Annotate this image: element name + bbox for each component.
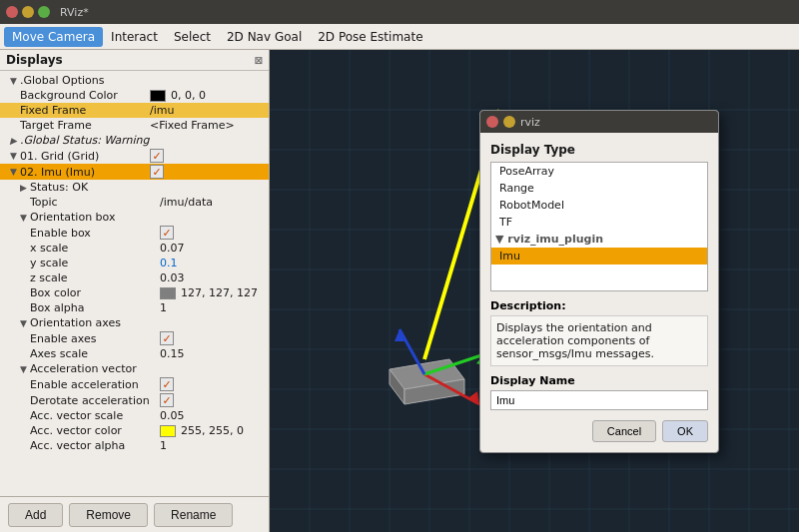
row-val: /imu xyxy=(150,104,174,117)
orientation-box-row[interactable]: ▼ Orientation box xyxy=(0,210,269,225)
display-name-input[interactable] xyxy=(490,390,708,410)
list-item-posearray[interactable]: PoseArray xyxy=(491,163,707,180)
row-val: 1 xyxy=(160,439,167,452)
display-type-list[interactable]: PoseArray Range RobotModel TF ▼ rviz_imu… xyxy=(490,162,708,291)
grid-row[interactable]: ▼ 01. Grid (Grid) xyxy=(0,148,269,164)
row-val: 0.1 xyxy=(160,257,178,269)
acceleration-vector-row[interactable]: ▼ Acceleration vector xyxy=(0,361,269,376)
add-button[interactable]: Add xyxy=(8,503,63,527)
panel-close-icon[interactable]: ⊠ xyxy=(255,55,263,66)
row-key: Enable axes xyxy=(30,332,160,345)
menu-move-camera[interactable]: Move Camera xyxy=(4,27,103,47)
y-scale-row[interactable]: y scale 0.1 xyxy=(0,256,269,270)
global-options-row[interactable]: ▼ .Global Options xyxy=(0,73,269,88)
display-type-label: Display Type xyxy=(490,143,708,157)
arrow-icon: ▼ xyxy=(10,76,20,86)
menu-2d-nav-goal[interactable]: 2D Nav Goal xyxy=(219,27,310,47)
row-key: Acc. vector color xyxy=(30,424,160,437)
dialog-min-button[interactable] xyxy=(503,116,515,128)
x-scale-row[interactable]: x scale 0.07 xyxy=(0,241,269,256)
panel-header: Displays ⊠ xyxy=(0,50,269,71)
cancel-button[interactable]: Cancel xyxy=(592,420,656,442)
window-title: RViz* xyxy=(60,6,89,19)
row-val xyxy=(160,377,174,391)
menu-2d-pose-estimate[interactable]: 2D Pose Estimate xyxy=(310,27,430,47)
row-val: 0, 0, 0 xyxy=(150,89,206,102)
row-val: 0.03 xyxy=(160,271,185,284)
panel-title: Displays xyxy=(6,53,63,67)
color-swatch[interactable] xyxy=(160,287,176,299)
color-swatch[interactable] xyxy=(150,90,166,102)
display-name-label: Display Name xyxy=(490,374,708,387)
list-item-robotmodel[interactable]: RobotModel xyxy=(491,197,707,214)
color-swatch[interactable] xyxy=(160,425,176,437)
derotate-acceleration-row[interactable]: Derotate acceleration xyxy=(0,392,269,408)
list-item-rviz-imu-plugin[interactable]: ▼ rviz_imu_plugin xyxy=(491,231,707,248)
checkbox-icon[interactable] xyxy=(160,226,174,240)
menu-bar: Move Camera Interact Select 2D Nav Goal … xyxy=(0,24,799,50)
row-val xyxy=(160,331,174,345)
box-color-row[interactable]: Box color 127, 127, 127 xyxy=(0,285,269,300)
dialog-buttons: Cancel OK xyxy=(490,420,708,442)
row-key: Acc. vector alpha xyxy=(30,439,160,452)
enable-axes-row[interactable]: Enable axes xyxy=(0,330,269,346)
minimize-button[interactable] xyxy=(22,6,34,18)
rename-button[interactable]: Rename xyxy=(154,503,233,527)
row-key: Fixed Frame xyxy=(20,104,150,117)
display-type-list-container: PoseArray Range RobotModel TF ▼ rviz_imu… xyxy=(490,162,708,291)
topic-row[interactable]: Topic /imu/data xyxy=(0,195,269,210)
z-scale-row[interactable]: z scale 0.03 xyxy=(0,270,269,285)
row-key: .Global Status: Warning xyxy=(20,134,150,147)
ok-button[interactable]: OK xyxy=(662,420,708,442)
acc-vector-scale-row[interactable]: Acc. vector scale 0.05 xyxy=(0,408,269,423)
orientation-axes-row[interactable]: ▼ Orientation axes xyxy=(0,315,269,330)
row-key: Target Frame xyxy=(20,119,150,132)
row-val: 1 xyxy=(160,301,167,314)
background-color-row[interactable]: Background Color 0, 0, 0 xyxy=(0,88,269,103)
window-controls[interactable] xyxy=(6,6,50,18)
dialog-title-bar[interactable]: rviz xyxy=(480,111,718,133)
checkbox-icon[interactable] xyxy=(160,331,174,345)
enable-acceleration-row[interactable]: Enable acceleration xyxy=(0,376,269,392)
row-val xyxy=(150,149,164,163)
fixed-frame-row[interactable]: Fixed Frame /imu xyxy=(0,103,269,118)
axes-scale-row[interactable]: Axes scale 0.15 xyxy=(0,346,269,361)
acc-vector-color-row[interactable]: Acc. vector color 255, 255, 0 xyxy=(0,423,269,438)
row-key: Enable acceleration xyxy=(30,378,160,391)
target-frame-row[interactable]: Target Frame <Fixed Frame> xyxy=(0,118,269,133)
row-key: Topic xyxy=(30,196,160,209)
checkbox-icon[interactable] xyxy=(150,149,164,163)
row-key: Box alpha xyxy=(30,301,160,314)
viewport[interactable]: rviz Display Type PoseArray Range RobotM… xyxy=(270,50,799,532)
row-key: Derotate acceleration xyxy=(30,394,160,407)
list-item-imu[interactable]: Imu xyxy=(491,248,707,265)
tree-list[interactable]: ▼ .Global Options Background Color 0, 0,… xyxy=(0,71,269,496)
menu-select[interactable]: Select xyxy=(166,27,219,47)
list-item-range[interactable]: Range xyxy=(491,180,707,197)
row-key: Background Color xyxy=(20,89,150,102)
enable-box-row[interactable]: Enable box xyxy=(0,225,269,241)
dialog-body: Display Type PoseArray Range RobotModel … xyxy=(480,133,718,452)
box-alpha-row[interactable]: Box alpha 1 xyxy=(0,300,269,315)
row-val xyxy=(160,226,174,240)
list-item-tf[interactable]: TF xyxy=(491,214,707,231)
status-ok-row[interactable]: ▶ Status: OK xyxy=(0,180,269,195)
row-key: Status: OK xyxy=(30,181,160,194)
row-val: 0.15 xyxy=(160,347,185,360)
remove-button[interactable]: Remove xyxy=(69,503,148,527)
row-val xyxy=(150,165,164,179)
maximize-button[interactable] xyxy=(38,6,50,18)
checkbox-icon[interactable] xyxy=(160,393,174,407)
checkbox-icon[interactable] xyxy=(150,165,164,179)
close-button[interactable] xyxy=(6,6,18,18)
checkbox-icon[interactable] xyxy=(160,377,174,391)
row-key: 02. Imu (Imu) xyxy=(20,166,150,179)
arrow-icon: ▶ xyxy=(20,183,30,193)
menu-interact[interactable]: Interact xyxy=(103,27,166,47)
global-status-row[interactable]: ▶ .Global Status: Warning xyxy=(0,133,269,148)
dialog-close-button[interactable] xyxy=(486,116,498,128)
row-val: 127, 127, 127 xyxy=(160,286,258,299)
imu-row[interactable]: ▼ 02. Imu (Imu) xyxy=(0,164,269,180)
row-key: Box color xyxy=(30,286,160,299)
acc-vector-alpha-row[interactable]: Acc. vector alpha 1 xyxy=(0,438,269,453)
